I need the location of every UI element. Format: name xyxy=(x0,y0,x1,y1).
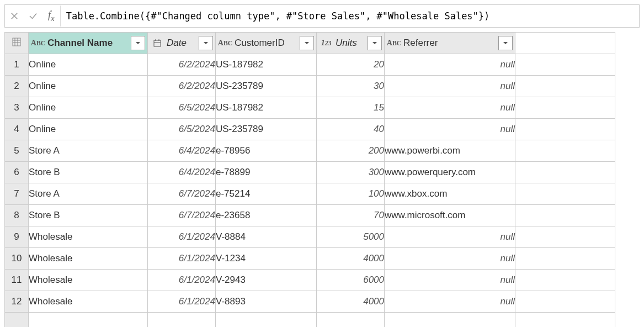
row-number[interactable]: 6 xyxy=(5,162,29,183)
table-row[interactable]: 1Online6/2/2024US-18798220null xyxy=(5,54,615,76)
cell-referrer[interactable]: null xyxy=(385,248,515,270)
cell-customer[interactable]: US-187982 xyxy=(216,54,317,76)
filter-button[interactable] xyxy=(131,36,145,50)
table-row[interactable]: 7Store A6/7/2024e-75214100www.xbox.com xyxy=(5,183,615,205)
cell-units[interactable]: 40 xyxy=(317,119,385,140)
table-row[interactable]: 2Online6/2/2024US-23578930null xyxy=(5,76,615,97)
cell-date[interactable]: 6/2/2024 xyxy=(148,76,216,97)
cell-units[interactable]: 30 xyxy=(317,76,385,97)
cell-date[interactable]: 6/4/2024 xyxy=(148,162,216,183)
cell-units[interactable]: 4000 xyxy=(317,291,385,313)
row-number[interactable]: 9 xyxy=(5,226,29,248)
cell-referrer[interactable]: null xyxy=(385,119,515,140)
table-row[interactable]: 5Store A6/4/2024e-78956200www.powerbi.co… xyxy=(5,140,615,162)
cell-referrer[interactable]: null xyxy=(385,97,515,119)
data-grid: ABC Channel Name Date ABC CustomerID 123… xyxy=(4,32,615,327)
cell-channel[interactable]: Online xyxy=(29,54,148,76)
table-row[interactable]: 10Wholesale6/1/2024V-12344000null xyxy=(5,248,615,270)
cell-date[interactable]: 6/2/2024 xyxy=(148,54,216,76)
cell-date[interactable]: 6/5/2024 xyxy=(148,97,216,119)
table-row[interactable]: 9Wholesale6/1/2024V-88845000null xyxy=(5,226,615,248)
cell-channel[interactable]: Store B xyxy=(29,205,148,226)
cell-customer[interactable]: V-1234 xyxy=(216,248,317,270)
cell-date[interactable]: 6/1/2024 xyxy=(148,291,216,313)
table-row[interactable]: 6Store B6/4/2024e-78899300www.powerquery… xyxy=(5,162,615,183)
row-number[interactable]: 2 xyxy=(5,76,29,97)
cell-units[interactable]: 70 xyxy=(317,205,385,226)
cell-referrer[interactable]: www.powerquery.com xyxy=(385,162,515,183)
cell-units[interactable]: 15 xyxy=(317,97,385,119)
cell-channel[interactable]: Online xyxy=(29,76,148,97)
cell-units[interactable]: 100 xyxy=(317,183,385,205)
cell-date[interactable]: 6/1/2024 xyxy=(148,270,216,291)
row-number[interactable]: 7 xyxy=(5,183,29,205)
filter-button[interactable] xyxy=(300,36,314,50)
row-number[interactable]: 3 xyxy=(5,97,29,119)
cell-customer[interactable]: V-8893 xyxy=(216,291,317,313)
cell-channel[interactable]: Online xyxy=(29,119,148,140)
cell-referrer[interactable]: www.xbox.com xyxy=(385,183,515,205)
cell-channel[interactable]: Store A xyxy=(29,140,148,162)
row-number[interactable]: 8 xyxy=(5,205,29,226)
cell-channel[interactable]: Wholesale xyxy=(29,270,148,291)
cell-customer[interactable]: e-75214 xyxy=(216,183,317,205)
cell-date[interactable]: 6/5/2024 xyxy=(148,119,216,140)
formula-input[interactable] xyxy=(60,6,639,27)
cell-customer[interactable]: e-23658 xyxy=(216,205,317,226)
cell-units[interactable]: 20 xyxy=(317,54,385,76)
cell-channel[interactable]: Store B xyxy=(29,162,148,183)
cell-units[interactable]: 200 xyxy=(317,140,385,162)
cell-referrer[interactable]: null xyxy=(385,76,515,97)
cell-channel[interactable]: Wholesale xyxy=(29,291,148,313)
table-row[interactable]: 11Wholesale6/1/2024V-29436000null xyxy=(5,270,615,291)
cell-units[interactable]: 5000 xyxy=(317,226,385,248)
cell-referrer[interactable]: null xyxy=(385,54,515,76)
cell-date[interactable]: 6/7/2024 xyxy=(148,205,216,226)
cell-date[interactable]: 6/1/2024 xyxy=(148,226,216,248)
row-number[interactable]: 1 xyxy=(5,54,29,76)
table-row[interactable]: 3Online6/5/2024US-18798215null xyxy=(5,97,615,119)
cell-units[interactable]: 4000 xyxy=(317,248,385,270)
cell-channel[interactable]: Wholesale xyxy=(29,226,148,248)
cell-referrer[interactable]: www.microsoft.com xyxy=(385,205,515,226)
select-all-corner[interactable] xyxy=(5,33,29,54)
row-number[interactable]: 11 xyxy=(5,270,29,291)
table-row[interactable]: 4Online6/5/2024US-23578940null xyxy=(5,119,615,140)
cell-units[interactable]: 300 xyxy=(317,162,385,183)
row-number[interactable]: 12 xyxy=(5,291,29,313)
table-row[interactable]: 8Store B6/7/2024e-2365870www.microsoft.c… xyxy=(5,205,615,226)
cell-units[interactable]: 6000 xyxy=(317,270,385,291)
cell-referrer[interactable]: www.powerbi.com xyxy=(385,140,515,162)
table-row[interactable]: 12Wholesale6/1/2024V-88934000null xyxy=(5,291,615,313)
row-number[interactable]: 4 xyxy=(5,119,29,140)
row-number[interactable]: 5 xyxy=(5,140,29,162)
cell-customer[interactable]: e-78956 xyxy=(216,140,317,162)
column-header-customer[interactable]: ABC CustomerID xyxy=(216,33,317,54)
filter-button[interactable] xyxy=(368,36,382,50)
cell-channel[interactable]: Wholesale xyxy=(29,248,148,270)
column-header-referrer[interactable]: ABC Referrer xyxy=(385,33,515,54)
cell-referrer[interactable]: null xyxy=(385,291,515,313)
column-header-channel[interactable]: ABC Channel Name xyxy=(29,33,148,54)
cell-referrer[interactable]: null xyxy=(385,270,515,291)
filter-button[interactable] xyxy=(199,36,213,50)
cell-channel[interactable]: Online xyxy=(29,97,148,119)
filter-button[interactable] xyxy=(498,36,513,50)
cell-channel[interactable]: Store A xyxy=(29,183,148,205)
cell-customer[interactable]: US-235789 xyxy=(216,76,317,97)
cell-customer[interactable]: V-2943 xyxy=(216,270,317,291)
cell-date[interactable]: 6/1/2024 xyxy=(148,248,216,270)
cell-customer[interactable]: V-8884 xyxy=(216,226,317,248)
cell-customer[interactable]: e-78899 xyxy=(216,162,317,183)
cell-date[interactable]: 6/4/2024 xyxy=(148,140,216,162)
cancel-formula-button[interactable] xyxy=(5,5,24,27)
empty-cell xyxy=(515,248,615,270)
row-number[interactable]: 10 xyxy=(5,248,29,270)
cell-date[interactable]: 6/7/2024 xyxy=(148,183,216,205)
column-header-date[interactable]: Date xyxy=(148,33,216,54)
accept-formula-button[interactable] xyxy=(24,5,42,27)
column-header-units[interactable]: 123 Units xyxy=(317,33,385,54)
cell-customer[interactable]: US-187982 xyxy=(216,97,317,119)
cell-referrer[interactable]: null xyxy=(385,226,515,248)
cell-customer[interactable]: US-235789 xyxy=(216,119,317,140)
